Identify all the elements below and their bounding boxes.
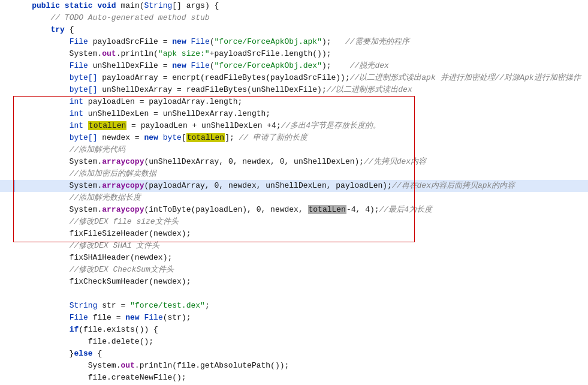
code-line: System.out.println(file.getAbsolutePath(… [0,360,588,372]
code-line: public static void main(String[] args) { [0,0,588,12]
line-code: //添加加密后的解卖数据 [8,168,588,180]
code-line: File unShellDexFile = new File("force/Fo… [0,60,588,72]
code-line: //添加解壳数据长度 [0,192,588,204]
line-code: File unShellDexFile = new File("force/Fo… [8,60,588,72]
line-code: byte[] unShellDexArray = readFileBytes(u… [8,84,588,96]
code-line: if(file.exists()) { [0,324,588,336]
code-line: System.arraycopy(payloadArray, 0, newdex… [0,180,588,192]
line-code: // TODO Auto-generated method stub [8,12,588,24]
code-line: //修改DEX SHA1 文件头 [0,240,588,252]
code-line: fixSHA1Header(newdex); [0,252,588,264]
code-line: //添加解壳代码 [0,144,588,156]
line-code: File file = new File(str); [8,312,588,324]
line-code: //添加解壳代码 [8,144,588,156]
code-line: String str = "force/test.dex"; [0,300,588,312]
line-code: if(file.exists()) { [8,324,588,336]
code-line: byte[] payloadArray = encrpt(readFileByt… [0,72,588,84]
code-line: File file = new File(str); [0,312,588,324]
code-line [0,288,588,300]
code-line: fixCheckSumHeader(newdex); [0,276,588,288]
line-code: File payloadSrcFile = new File("force/Fo… [8,36,588,48]
line-code: System.out.println(file.getAbsolutePath(… [8,360,588,372]
code-line: int totalLen = payloadLen + unShellDexLe… [0,120,588,132]
code-line: System.arraycopy(intToByte(payloadLen), … [0,204,588,216]
line-code: //添加解壳数据长度 [8,192,588,204]
line-code: //修改DEX CheckSum文件头 [8,264,588,276]
code-line: try { [0,24,588,36]
line-code: int payloadLen = payloadArray.length; [8,96,588,108]
line-code: byte[] newdex = new byte[totalLen]; // 申… [8,132,588,144]
code-line: //添加加密后的解卖数据 [0,168,588,180]
line-code: System.arraycopy(intToByte(payloadLen), … [8,204,588,216]
line-code: //修改DEX SHA1 文件头 [8,240,588,252]
line-code: System.arraycopy(unShellDexArray, 0, new… [8,156,588,168]
line-code: fixCheckSumHeader(newdex); [8,276,588,288]
code-line: System.arraycopy(unShellDexArray, 0, new… [0,156,588,168]
code-line: fixFileSizeHeader(newdex); [0,228,588,240]
code-line: //修改DEX file size文件头 [0,216,588,228]
text-cursor [13,180,14,192]
line-code: System.out.println("apk size:"+payloadSr… [8,48,588,60]
line-code: try { [8,24,588,36]
line-code: String str = "force/test.dex"; [8,300,588,312]
code-line: }else { [0,348,588,360]
code-line: byte[] unShellDexArray = readFileBytes(u… [0,84,588,96]
code-line: int payloadLen = payloadArray.length; [0,96,588,108]
code-line: int unShellDexLen = unShellDexArray.leng… [0,108,588,120]
line-code: }else { [8,348,588,360]
code-line: file.createNewFile(); [0,372,588,384]
line-code: int totalLen = payloadLen + unShellDexLe… [8,120,588,132]
code-line: file.delete(); [0,336,588,348]
line-code: //修改DEX file size文件头 [8,216,588,228]
line-code: public static void main(String[] args) { [8,0,588,12]
line-code: file.createNewFile(); [8,372,588,384]
line-code: byte[] payloadArray = encrpt(readFileByt… [8,72,588,84]
code-line: // TODO Auto-generated method stub [0,12,588,24]
line-code: fixFileSizeHeader(newdex); [8,228,588,240]
code-line: File payloadSrcFile = new File("force/Fo… [0,36,588,48]
line-code: int unShellDexLen = unShellDexArray.leng… [8,108,588,120]
code-line: byte[] newdex = new byte[totalLen]; // 申… [0,132,588,144]
line-code: fixSHA1Header(newdex); [8,252,588,264]
line-code: System.arraycopy(payloadArray, 0, newdex… [8,180,588,192]
line-code: file.delete(); [8,336,588,348]
code-editor: public static void main(String[] args) {… [0,0,588,385]
code-line: System.out.println("apk size:"+payloadSr… [0,48,588,60]
code-line: //修改DEX CheckSum文件头 [0,264,588,276]
